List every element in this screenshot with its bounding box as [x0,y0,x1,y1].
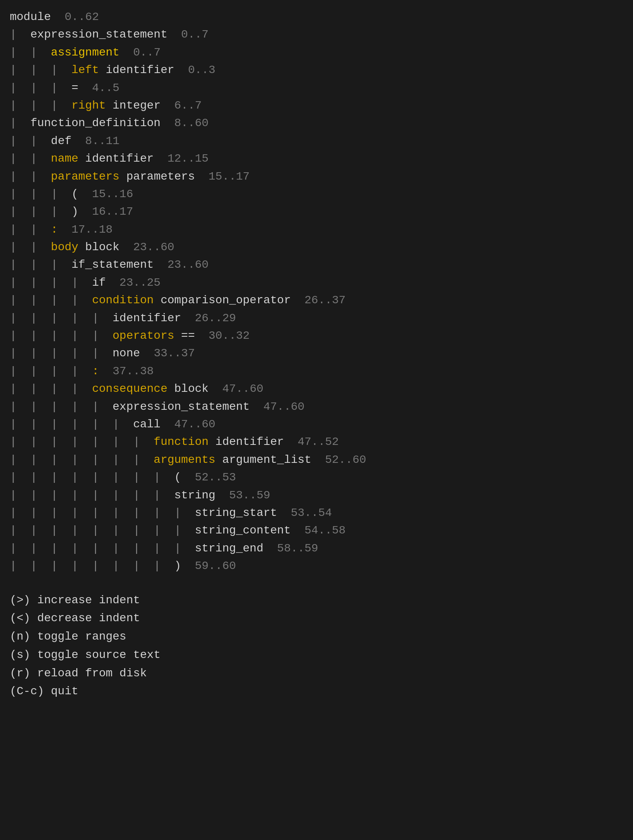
tree-line: | | | | | | | | string 53..59 [10,487,623,504]
node-equals: = [71,79,78,97]
node-if: if [92,274,106,291]
field-function: function [154,433,208,451]
footer-line-reload: (r) reload from disk [10,664,623,683]
range: 52..60 [325,451,366,469]
range: 26..37 [305,291,346,309]
range: 52..53 [195,469,236,486]
footer-line-increase: (>) increase indent [10,591,623,610]
tree-line: | | | if_statement 23..60 [10,256,623,273]
node-expression-statement2: expression_statement [113,398,250,416]
node-identifier: identifier [113,309,181,327]
node-rparen: ) [71,203,78,220]
pipe: | | [10,132,51,150]
node-string-end: string_end [195,540,263,557]
tree-line: | | | right integer 6..7 [10,97,623,114]
tree-line: | | | | | | | | | string_end 58..59 [10,540,623,557]
pipe: | | | | [10,380,92,398]
node-rparen2: ) [174,557,181,575]
tree-line: | | parameters parameters 15..17 [10,168,623,185]
tree-line: | | : 17..18 [10,221,623,238]
range-module: 0..62 [64,8,99,26]
field-name: name [51,150,78,167]
range: 15..17 [208,168,250,185]
range: 0..7 [181,26,208,43]
range: 54..58 [305,522,346,539]
pipe: | | | [10,203,71,220]
tree-line: | | | = 4..5 [10,79,623,97]
range: 17..18 [71,221,113,238]
pipe: | | | | | | | [10,451,154,469]
range: 15..16 [92,185,133,203]
node-identifier: identifier [85,150,154,167]
tree-line: | | | | | expression_statement 47..60 [10,398,623,416]
field-assignment: assignment [51,44,120,61]
range: 16..17 [92,203,133,220]
node-identifier2: identifier [215,433,284,451]
pipe: | | | | | | | | [10,469,174,486]
node-expression-statement: expression_statement [30,26,167,43]
tree-line: | | | | | operators == 30..32 [10,327,623,344]
pipe: | | | | | [10,309,113,327]
tree-line: | | | | condition comparison_operator 26… [10,291,623,309]
range: 47..52 [298,433,339,451]
tree-view: module 0..62 | expression_statement 0..7… [10,8,623,575]
pipe: | | | | | | [10,416,133,433]
tree-line: | | def 8..11 [10,132,623,150]
range: 8..60 [174,114,208,132]
field-parameters: parameters [51,168,120,185]
tree-line: | | body block 23..60 [10,238,623,256]
node-comparison-operator: comparison_operator [161,291,291,309]
tree-line: module 0..62 [10,8,623,26]
tree-line: | | name identifier 12..15 [10,150,623,167]
node-argument-list: argument_list [222,451,311,469]
field-colon2: : [92,362,99,380]
range: 30..32 [208,327,250,344]
pipe: | | | | | | | [10,433,154,451]
pipe: | [10,26,30,43]
pipe: | | [10,44,51,61]
range: 23..60 [133,238,174,256]
node-block2: block [174,380,208,398]
pipe: | | | | | [10,398,113,416]
field-right: right [71,97,106,114]
field-arguments: arguments [154,451,215,469]
node-integer: integer [113,97,161,114]
range: 47..60 [222,380,263,398]
node-block: block [85,238,120,256]
node-parameters: parameters [126,168,195,185]
range: 47..60 [263,398,305,416]
node-string-content: string_content [195,522,291,539]
tree-line: | expression_statement 0..7 [10,26,623,43]
range: 6..7 [174,97,201,114]
pipe: | | | | [10,274,92,291]
node-function-definition: function_definition [30,114,160,132]
pipe: | | | | [10,291,92,309]
tree-line: | | | ( 15..16 [10,185,623,203]
footer-line-toggle-ranges: (n) toggle ranges [10,628,623,646]
pipe: | | [10,221,51,238]
field-condition: condition [92,291,154,309]
node-if-statement: if_statement [71,256,154,273]
field-operators: operators [113,327,174,344]
pipe: | | | [10,256,71,273]
pipe: | | | | | | | | [10,557,174,575]
footer-line-toggle-source: (s) toggle source text [10,646,623,664]
range: 23..25 [120,274,161,291]
field-body: body [51,238,78,256]
tree-line: | | | | if 23..25 [10,274,623,291]
footer-line-decrease: (<) decrease indent [10,609,623,628]
tree-line: | | | | | | | | | string_start 53..54 [10,504,623,522]
tree-line: | | | | : 37..38 [10,362,623,380]
tree-line: | | | | | | call 47..60 [10,416,623,433]
tree-line: | function_definition 8..60 [10,114,623,132]
pipe: | | [10,150,51,167]
pipe: | [10,114,30,132]
tree-line: | | | | | identifier 26..29 [10,309,623,327]
tree-line: | | | | | | | function identifier 47..52 [10,433,623,451]
node-string-start: string_start [195,504,277,522]
pipe: | | | [10,185,71,203]
pipe: | | | | | [10,327,113,344]
node-lparen: ( [71,185,78,203]
tree-line: | | assignment 0..7 [10,44,623,61]
range: 53..54 [291,504,332,522]
